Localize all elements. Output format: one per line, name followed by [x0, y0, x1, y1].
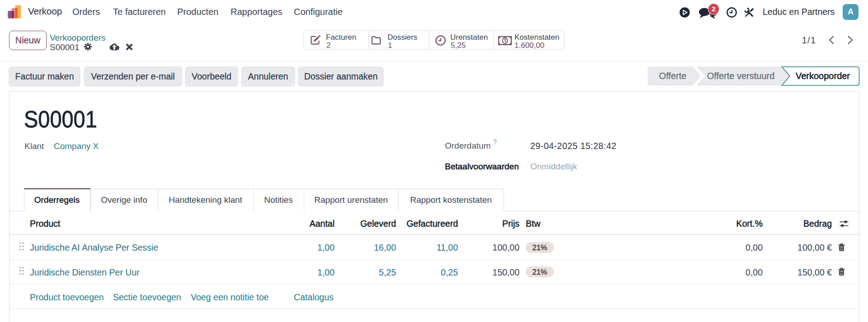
svg-text:2: 2 — [712, 5, 716, 13]
